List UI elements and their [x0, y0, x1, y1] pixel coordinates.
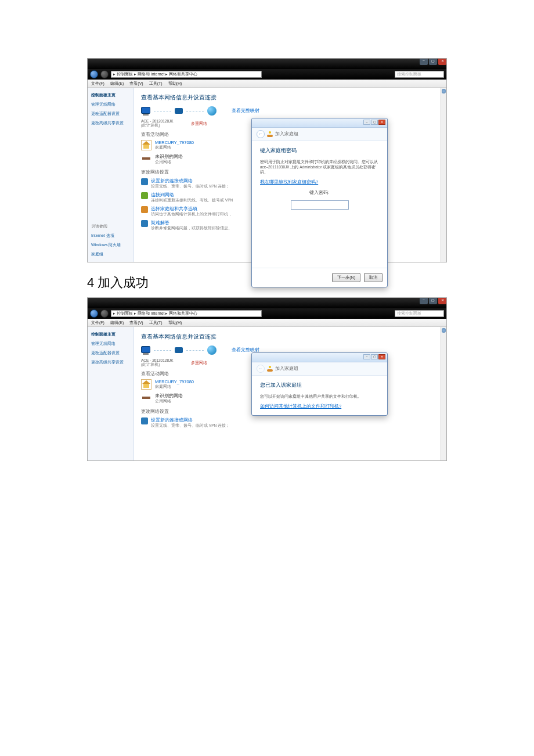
main-panel: 查看基本网络信息并设置连接 查看完整映射 ACE - 20120128JK (此…	[134, 327, 441, 460]
dialog-back-button[interactable]: ←	[257, 130, 265, 138]
cfg3-sub: 访问位于其他网络计算机上的文件和打印机，	[151, 212, 232, 217]
network1-type: 家庭网络	[155, 145, 194, 150]
new-connection-icon	[141, 417, 148, 424]
dialog-titlebar: – ▢ ✕	[252, 353, 387, 362]
dialog-heading: 键入家庭组密码	[260, 147, 379, 154]
nav-back-button[interactable]	[90, 309, 98, 318]
dialog-close-button[interactable]: ✕	[378, 354, 385, 359]
dialog-minimize-button[interactable]: –	[363, 354, 370, 359]
scrollbar[interactable]	[441, 327, 446, 460]
multi-network-label: 多重网络	[191, 361, 207, 366]
menu-help[interactable]: 帮助(H)	[168, 320, 182, 326]
cancel-button[interactable]: 取消	[364, 273, 383, 282]
menu-help[interactable]: 帮助(H)	[168, 81, 182, 87]
menu-edit[interactable]: 编辑(E)	[110, 320, 124, 326]
menu-bar: 文件(F) 编辑(E) 查看(V) 工具(T) 帮助(H)	[88, 319, 446, 327]
dialog-subhead: ← 加入家庭组	[252, 362, 387, 376]
menu-tools[interactable]: 工具(T)	[149, 81, 163, 87]
workarea: 控制面板主页 管理无线网络 更改适配器设置 更改高级共享设置 查看基本网络信息并…	[88, 327, 446, 460]
page-title: 查看基本网络信息并设置连接	[141, 333, 434, 341]
cfg2-sub: 连接到或重新连接到无线、有线、拨号或 VPN	[151, 198, 233, 203]
home-network-icon	[141, 140, 151, 150]
scrollbar[interactable]	[441, 88, 446, 262]
sidebar-item-internet-options[interactable]: Internet 选项	[91, 233, 130, 239]
sidebar-item-wireless[interactable]: 管理无线网络	[91, 341, 130, 347]
next-button[interactable]: 下一步(N)	[332, 273, 360, 282]
search-input[interactable]: 搜索控制面板	[395, 71, 444, 78]
nav-back-button[interactable]	[90, 70, 98, 78]
bench-icon	[141, 393, 151, 404]
maximize-button[interactable]: ▢	[429, 298, 437, 304]
dialog-back-button[interactable]: ←	[257, 365, 265, 373]
menu-file[interactable]: 文件(F)	[91, 320, 104, 326]
search-input[interactable]: 搜索控制面板	[395, 310, 444, 317]
dialog-heading: 您已加入该家庭组	[260, 381, 379, 389]
network1-name[interactable]: MERCURY_797080	[155, 379, 194, 384]
cfg1-title: 设置新的连接或网络	[151, 178, 230, 184]
where-password-link[interactable]: 我在哪里能找到家庭组密码?	[260, 179, 318, 185]
sidebar-item-advanced[interactable]: 更改高级共享设置	[91, 359, 130, 365]
nav-bar: ▸ 控制面板 ▸ 网络和 Internet ▸ 网络和共享中心 搜索控制面板	[88, 69, 446, 80]
sidebar-item-adapters[interactable]: 更改适配器设置	[91, 111, 130, 117]
menu-view[interactable]: 查看(V)	[129, 81, 143, 87]
homegroup-success-dialog: – ▢ ✕ ← 加入家庭组 您已加入该家庭组 您可以开始访问家庭组中其他用户共享…	[251, 352, 388, 416]
network-sharing-center-window: – ▢ ✕ ▸ 控制面板 ▸ 网络和 Internet ▸ 网络和共享中心 搜索…	[88, 298, 446, 460]
cfg1-sub: 设置无线、宽带、拨号、临时或 VPN 连接；	[151, 423, 230, 429]
sidebar-title: 控制面板主页	[91, 332, 130, 337]
how-to-access-link[interactable]: 如何访问其他计算机上的文件和打印机?	[260, 404, 341, 409]
sidebar-item-wireless[interactable]: 管理无线网络	[91, 102, 130, 107]
network1-name[interactable]: MERCURY_797080	[155, 140, 194, 145]
nav-forward-button[interactable]	[100, 70, 109, 78]
cfg-new-connection[interactable]: 设置新的连接或网络 设置无线、宽带、拨号、临时或 VPN 连接；	[141, 417, 434, 429]
sidebar: 控制面板主页 管理无线网络 更改适配器设置 更改高级共享设置 另请参阅 Inte…	[88, 88, 134, 262]
breadcrumb[interactable]: ▸ 控制面板 ▸ 网络和 Internet ▸ 网络和共享中心	[111, 71, 262, 78]
minimize-button[interactable]: –	[420, 59, 428, 65]
maximize-button[interactable]: ▢	[429, 59, 437, 65]
dialog-maximize-button[interactable]: ▢	[371, 354, 378, 359]
globe-icon	[207, 345, 217, 355]
homegroup-small-icon	[267, 131, 273, 137]
cfg4-title: 疑难解答	[151, 220, 232, 226]
scrollbar-thumb[interactable]	[442, 328, 446, 333]
sidebar-title: 控制面板主页	[91, 92, 130, 98]
dialog-description: 密码用于防止对家庭组文件和打印机的未经授权的访问。您可以从 ace–201110…	[260, 159, 379, 175]
screenshot-1: – ▢ ✕ ▸ 控制面板 ▸ 网络和 Internet ▸ 网络和共享中心 搜索…	[87, 58, 447, 262]
password-input[interactable]	[291, 200, 349, 210]
homegroup-small-icon	[267, 366, 273, 372]
nav-forward-button[interactable]	[100, 309, 109, 318]
homegroup-password-dialog: – ▢ ✕ ← 加入家庭组 键入家庭组密码 密码用于防止对家庭组文件和打印机的未…	[251, 118, 388, 287]
dialog-close-button[interactable]: ✕	[378, 120, 385, 125]
dialog-maximize-button[interactable]: ▢	[371, 120, 378, 125]
menu-file[interactable]: 文件(F)	[91, 81, 104, 87]
dialog-titlebar: – ▢ ✕	[252, 118, 387, 128]
bench-icon	[141, 154, 151, 164]
multi-network-label: 多重网络	[191, 121, 207, 127]
scrollbar-thumb[interactable]	[442, 89, 446, 93]
connect-icon	[141, 192, 148, 199]
network-icon	[175, 107, 183, 115]
dialog-body: 您已加入该家庭组 您可以开始访问家庭组中其他用户共享的文件和打印机。 如何访问其…	[252, 376, 387, 415]
breadcrumb[interactable]: ▸ 控制面板 ▸ 网络和 Internet ▸ 网络和共享中心	[111, 310, 262, 317]
close-button[interactable]: ✕	[438, 59, 446, 65]
menu-edit[interactable]: 编辑(E)	[110, 81, 124, 87]
view-full-map-link[interactable]: 查看完整映射	[232, 108, 259, 114]
network2-type: 公用网络	[155, 399, 183, 404]
pc-name-label: ACE - 20120128JK	[141, 358, 174, 362]
sidebar-item-advanced[interactable]: 更改高级共享设置	[91, 120, 130, 126]
homegroup-icon	[141, 206, 148, 213]
sidebar-item-firewall[interactable]: Windows 防火墙	[91, 242, 130, 248]
dialog-description: 您可以开始访问家庭组中其他用户共享的文件和打印机。	[260, 394, 379, 399]
menu-tools[interactable]: 工具(T)	[149, 320, 163, 326]
titlebar: – ▢ ✕	[88, 59, 446, 69]
minimize-button[interactable]: –	[420, 298, 428, 304]
menu-view[interactable]: 查看(V)	[129, 320, 143, 326]
network2-name: 未识别的网络	[155, 154, 183, 160]
sidebar-item-adapters[interactable]: 更改适配器设置	[91, 350, 130, 356]
screenshot-2: www.bdocx.com – ▢ ✕ ▸ 控制面板 ▸ 网络和 Interne…	[87, 297, 447, 461]
close-button[interactable]: ✕	[438, 298, 446, 304]
sidebar-item-homegroup[interactable]: 家庭组	[91, 251, 130, 257]
network2-type: 公用网络	[155, 160, 183, 165]
network-sharing-center-window: – ▢ ✕ ▸ 控制面板 ▸ 网络和 Internet ▸ 网络和共享中心 搜索…	[88, 59, 446, 262]
network-map-row: 查看完整映射	[141, 106, 434, 116]
dialog-minimize-button[interactable]: –	[363, 120, 370, 125]
